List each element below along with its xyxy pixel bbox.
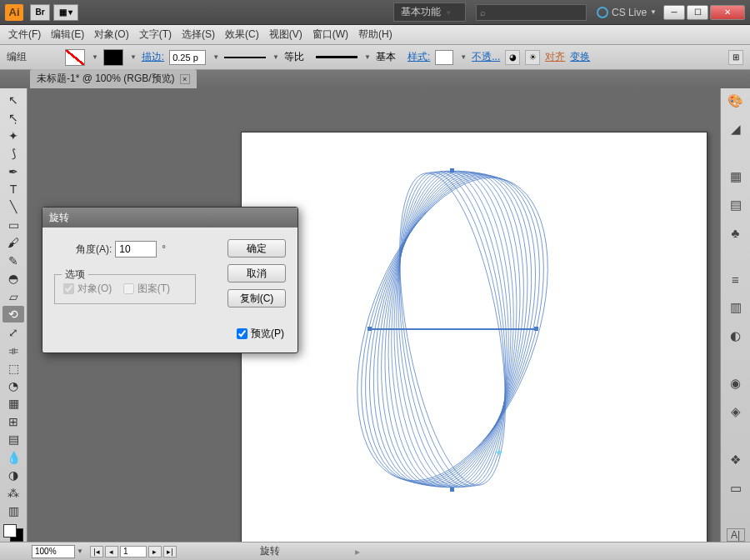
brush-definition[interactable] [316, 56, 358, 58]
paintbrush-tool[interactable]: 🖌 [2, 235, 24, 251]
symbols-panel-icon[interactable]: ♣ [727, 226, 745, 240]
blob-brush-tool[interactable]: ◓ [2, 271, 24, 287]
svg-rect-19 [368, 327, 372, 331]
control-menu-icon[interactable]: ⊞ [728, 50, 743, 65]
free-transform-tool[interactable]: ⬚ [2, 360, 24, 376]
dialog-title[interactable]: 旋转 [42, 208, 298, 228]
copy-button[interactable]: 复制(C) [228, 289, 286, 308]
appearance-panel-icon[interactable]: ◉ [727, 376, 745, 391]
ok-button[interactable]: 确定 [228, 239, 286, 258]
stroke-profile-label: 等比 [284, 50, 304, 64]
menu-file[interactable]: 文件(F) [8, 28, 41, 42]
minimize-button[interactable]: ─ [663, 5, 685, 20]
color-guide-panel-icon[interactable]: ◢ [727, 122, 745, 137]
first-artboard-button[interactable]: |◂ [90, 546, 103, 558]
gradient-panel-icon[interactable]: ▥ [727, 300, 745, 315]
pen-tool[interactable]: ✒ [2, 163, 24, 179]
cancel-button[interactable]: 取消 [228, 264, 286, 282]
shape-builder-tool[interactable]: ◔ [2, 378, 24, 393]
menu-edit[interactable]: 编辑(E) [51, 28, 84, 42]
close-tab-icon[interactable]: × [180, 74, 190, 84]
right-panels: 🎨 ◢ ▦ ▤ ♣ ≡ ▥ ◐ ◉ ◈ ❖ ▭ A| [720, 88, 750, 542]
next-artboard-button[interactable]: ▸ [148, 546, 162, 558]
menu-type[interactable]: 文字(T) [139, 28, 172, 42]
stroke-profile[interactable] [224, 57, 266, 58]
style-swatch[interactable] [435, 50, 453, 65]
column-graph-tool[interactable]: ▥ [2, 502, 24, 518]
transform-link[interactable]: 变换 [570, 50, 590, 64]
stroke-swatch[interactable] [103, 49, 123, 66]
opacity-link[interactable]: 不透... [472, 50, 500, 64]
angle-input[interactable] [115, 241, 157, 258]
effects-icon[interactable]: ☀ [525, 50, 540, 65]
arrange-docs-button[interactable]: ▦ ▾ [53, 4, 78, 21]
zoom-select[interactable] [32, 545, 75, 558]
menu-bar: 文件(F) 编辑(E) 对象(O) 文字(T) 选择(S) 效果(C) 视图(V… [0, 25, 750, 45]
prev-artboard-button[interactable]: ◂ [105, 546, 118, 558]
gradient-tool[interactable]: ▤ [2, 432, 24, 448]
layers-panel-icon[interactable]: ❖ [727, 452, 745, 468]
graphic-styles-panel-icon[interactable]: ◈ [727, 404, 745, 419]
search-input[interactable] [489, 5, 572, 20]
stroke-weight-input[interactable] [169, 50, 206, 65]
spiral-artwork[interactable] [344, 150, 561, 508]
brushes-panel-icon[interactable]: ▤ [727, 198, 745, 212]
swatches-panel-icon[interactable]: ▦ [727, 169, 745, 184]
menu-help[interactable]: 帮助(H) [358, 28, 392, 42]
menu-window[interactable]: 窗口(W) [312, 28, 348, 42]
menu-select[interactable]: 选择(S) [182, 28, 215, 42]
lasso-tool[interactable]: ⟆ [2, 145, 24, 161]
line-tool[interactable]: ╲ [2, 199, 24, 215]
menu-object[interactable]: 对象(O) [94, 28, 128, 42]
align-link[interactable]: 对齐 [545, 50, 565, 64]
perspective-tool[interactable]: ▦ [2, 396, 24, 412]
bridge-button[interactable]: Br [30, 4, 50, 21]
transparency-panel-icon[interactable]: ◐ [727, 328, 745, 343]
type-tool[interactable]: T [2, 181, 24, 197]
rotate-tool[interactable]: ⟲ [2, 306, 24, 322]
symbol-sprayer-tool[interactable]: ⁂ [2, 485, 24, 501]
last-artboard-button[interactable]: ▸| [163, 546, 177, 558]
document-tab[interactable]: 未标题-1* @ 100% (RGB/预览) × [30, 69, 197, 88]
selection-tool[interactable]: ↖ [2, 92, 24, 108]
status-tool-label: 旋转 [260, 544, 280, 558]
workspace-selector[interactable]: 基本功能 ▼ [393, 2, 466, 22]
style-link[interactable]: 样式: [408, 50, 430, 64]
artboards-panel-icon[interactable]: ▭ [727, 481, 745, 496]
character-panel-icon[interactable]: A| [727, 528, 745, 542]
rotation-center-icon[interactable]: ✦ [494, 446, 504, 459]
maximize-button[interactable]: ☐ [687, 5, 708, 20]
cslive-icon [597, 7, 608, 18]
preview-checkbox[interactable]: 预览(P) [237, 327, 284, 341]
cslive-button[interactable]: CS Live▼ [597, 7, 657, 18]
document-tab-label: 未标题-1* @ 100% (RGB/预览) [37, 72, 175, 86]
brush-label: 基本 [376, 50, 396, 64]
eyedropper-tool[interactable]: 💧 [2, 449, 24, 465]
rotate-dialog: 旋转 角度(A): ° 选项 对象(O) 图案(T) 确定 取消 复制(C) 预… [42, 207, 298, 353]
menu-view[interactable]: 视图(V) [269, 28, 302, 42]
degree-label: ° [162, 243, 166, 255]
rectangle-tool[interactable]: ▭ [2, 217, 24, 232]
close-button[interactable]: ✕ [710, 5, 745, 20]
selection-type-label: 编组 [7, 50, 27, 64]
svg-rect-20 [534, 327, 538, 331]
blend-tool[interactable]: ◑ [2, 468, 24, 483]
fill-swatch[interactable] [65, 49, 85, 66]
color-panel-icon[interactable]: 🎨 [727, 93, 745, 108]
magic-wand-tool[interactable]: ✦ [2, 128, 24, 143]
direct-selection-tool[interactable]: ↖̣ [2, 109, 24, 125]
width-tool[interactable]: ⟚ [2, 342, 24, 358]
svg-rect-18 [450, 488, 454, 492]
eraser-tool[interactable]: ▱ [2, 288, 24, 304]
stroke-panel-icon[interactable]: ≡ [727, 272, 745, 287]
fill-stroke-swatches[interactable] [3, 524, 23, 542]
recolor-icon[interactable]: ◕ [505, 50, 520, 65]
pencil-tool[interactable]: ✎ [2, 252, 24, 268]
mesh-tool[interactable]: ⊞ [2, 413, 24, 429]
control-bar: 编组 ▼ ▼ 描边: ▼ ▼ 等比 ▼ 基本 样式: ▼ 不透... ◕ ☀ 对… [0, 45, 750, 70]
scale-tool[interactable]: ⤢ [2, 324, 24, 340]
artboard-number-input[interactable] [120, 546, 147, 558]
stroke-link[interactable]: 描边: [142, 50, 164, 64]
options-legend: 选项 [62, 268, 88, 282]
menu-effect[interactable]: 效果(C) [225, 28, 259, 42]
